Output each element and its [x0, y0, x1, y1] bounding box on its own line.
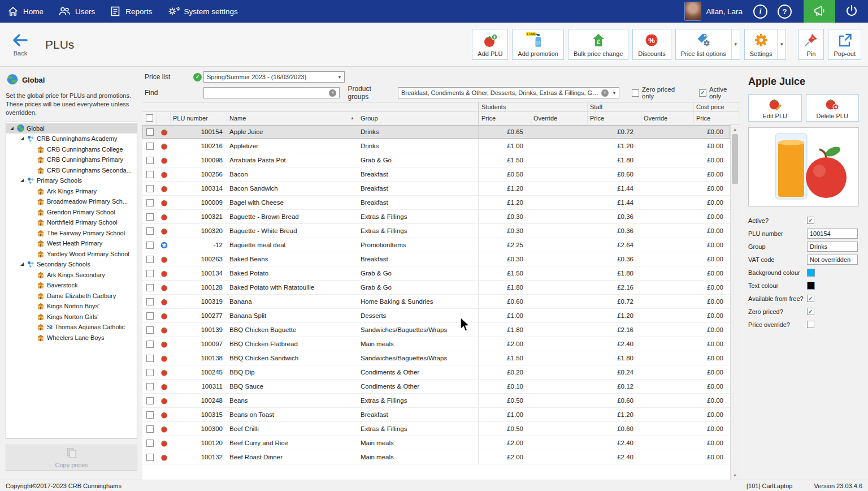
- tree-item[interactable]: Grendon Primary School: [6, 207, 137, 218]
- table-row[interactable]: 100314Bacon SandwichBreakfast£1.20£1.44£…: [142, 182, 730, 196]
- row-checkbox[interactable]: [146, 284, 154, 291]
- row-checkbox[interactable]: [146, 397, 154, 404]
- tree-item[interactable]: Ark Kings Primary: [6, 186, 137, 197]
- tree-item[interactable]: Dame Elizabeth Cadbury: [6, 291, 137, 302]
- tree-item[interactable]: Baverstock: [6, 280, 137, 291]
- table-row[interactable]: 100216AppletizerDrinks£1.00£1.20£0.00: [142, 139, 730, 153]
- tree-item[interactable]: CRB Cunninghams Primary: [6, 154, 137, 165]
- row-checkbox[interactable]: [146, 355, 154, 362]
- zero-priced-only-checkbox[interactable]: Zero priced only: [632, 86, 687, 100]
- table-row[interactable]: 100009Bagel with CheeseBreakfast£1.20£1.…: [142, 196, 730, 210]
- tree-item[interactable]: Northfield Primary School: [6, 217, 137, 228]
- find-input[interactable]: [204, 88, 328, 98]
- background-colour-swatch[interactable]: [807, 269, 815, 277]
- price-list-options-button[interactable]: Price list options ▼: [675, 29, 740, 60]
- settings-button[interactable]: Settings ▼: [744, 29, 787, 60]
- tree-item[interactable]: Broadmeadow Primary Sch...: [6, 196, 137, 207]
- clear-filter-icon[interactable]: [601, 89, 609, 97]
- zero-priced-checkbox[interactable]: [807, 308, 814, 315]
- scroll-down-icon[interactable]: ▼: [731, 471, 739, 480]
- bulk-price-change-button[interactable]: £ Bulk price change: [568, 29, 628, 60]
- row-checkbox[interactable]: [146, 199, 154, 206]
- tree-item[interactable]: Primary Schools: [6, 175, 137, 186]
- settings-dropdown-arrow[interactable]: ▼: [777, 29, 785, 59]
- tree-item[interactable]: Ark Kings Secondary: [6, 270, 137, 281]
- table-row[interactable]: 100256BaconBreakfast£0.50£0.60£0.00: [142, 167, 730, 182]
- edit-plu-button[interactable]: Edit PLU: [748, 94, 802, 122]
- nav-item-home[interactable]: Home: [0, 0, 51, 23]
- tree-item[interactable]: CRB Cunninghams College: [6, 144, 137, 155]
- column-header-students-override[interactable]: Override: [531, 112, 588, 124]
- row-checkbox[interactable]: [146, 298, 154, 305]
- table-row[interactable]: -12Baguette meal dealPromotionItems£2.25…: [142, 238, 730, 252]
- clear-search-icon[interactable]: [329, 89, 336, 97]
- row-checkbox[interactable]: [146, 369, 154, 376]
- table-row[interactable]: 100263Baked BeansBreakfast£0.30£0.36£0.0…: [142, 252, 730, 266]
- tree-item[interactable]: The Fairway Primary School: [6, 228, 137, 239]
- table-row[interactable]: 100248BeansExtras & Fillings£0.50£0.60£0…: [142, 394, 730, 408]
- copy-prices-button[interactable]: Copy prices: [6, 445, 137, 471]
- column-header-group[interactable]: Group: [358, 112, 479, 124]
- table-row[interactable]: 100120Beef Curry and RiceMain meals£2.00…: [142, 436, 730, 450]
- table-row[interactable]: 100245BBQ DipCondiments & Other£0.20£0.2…: [142, 365, 730, 380]
- add-promotion-button[interactable]: 1 FREE Add promotion: [512, 29, 564, 60]
- scrollbar-thumb[interactable]: [732, 134, 738, 184]
- table-row[interactable]: 100154Apple JuiceDrinks£0.65£0.72£0.00: [142, 125, 730, 139]
- plu-number-input[interactable]: 100154: [807, 229, 858, 239]
- row-checkbox[interactable]: [146, 256, 154, 263]
- scroll-up-icon[interactable]: ▲: [731, 124, 739, 133]
- table-row[interactable]: 100277Banana SplitDesserts£1.00£1.20£0.0…: [142, 309, 730, 323]
- row-checkbox[interactable]: [146, 171, 154, 178]
- column-header-students-price[interactable]: Price: [479, 112, 531, 124]
- table-row[interactable]: 100315Beans on ToastBreakfast£1.00£1.20£…: [142, 408, 730, 422]
- tree-item[interactable]: Global: [6, 123, 137, 134]
- available-from-free-checkbox[interactable]: [807, 295, 814, 302]
- table-row[interactable]: 100138BBQ Chicken SandwichSandwiches/Bag…: [142, 351, 730, 365]
- row-checkbox[interactable]: [146, 425, 154, 433]
- active-checkbox[interactable]: [807, 217, 814, 224]
- help-button[interactable]: ?: [778, 5, 792, 19]
- price-list-options-dropdown-arrow[interactable]: ▼: [731, 29, 740, 59]
- discounts-button[interactable]: % Discounts: [632, 29, 671, 60]
- text-colour-swatch[interactable]: [807, 282, 815, 290]
- row-checkbox[interactable]: [146, 312, 154, 320]
- active-only-checkbox[interactable]: Active only: [699, 86, 739, 100]
- table-row[interactable]: 100132Beef Roast DinnerMain meals£2.00£2…: [142, 450, 730, 464]
- pin-button[interactable]: Pin: [798, 29, 824, 60]
- announcements-button[interactable]: [804, 0, 835, 23]
- nav-item-system-settings[interactable]: System settings: [160, 0, 245, 23]
- table-row[interactable]: 100134Baked PotatoGrab & Go£1.50£1.80£0.…: [142, 266, 730, 281]
- row-checkbox[interactable]: [146, 227, 154, 235]
- price-override-checkbox[interactable]: [807, 321, 814, 328]
- table-row[interactable]: 100098Arrabiata Pasta PotGrab & Go£1.50£…: [142, 153, 730, 167]
- add-plu-button[interactable]: Add PLU: [472, 29, 508, 60]
- info-button[interactable]: i: [753, 5, 767, 19]
- group-input[interactable]: Drinks: [807, 242, 858, 252]
- row-checkbox[interactable]: [146, 454, 154, 461]
- back-button[interactable]: Back: [7, 33, 34, 57]
- pop-out-button[interactable]: Pop-out: [828, 29, 861, 60]
- row-checkbox[interactable]: [146, 440, 154, 447]
- tree-item[interactable]: Kings Norton Boys': [6, 301, 137, 312]
- logout-button[interactable]: [835, 0, 868, 23]
- table-row[interactable]: 100139BBQ Chicken BaguetteSandwiches/Bag…: [142, 323, 730, 337]
- row-checkbox[interactable]: [146, 411, 154, 419]
- column-header-plu-number[interactable]: PLU number: [171, 112, 227, 124]
- row-checkbox[interactable]: [146, 270, 154, 277]
- vat-code-input[interactable]: Not overridden: [807, 255, 858, 265]
- row-checkbox[interactable]: [146, 128, 154, 136]
- product-groups-dropdown[interactable]: Breakfast, Condiments & Other, Desserts,…: [398, 87, 619, 98]
- table-row[interactable]: 100097BBQ Chicken FlatbreadMain meals£2.…: [142, 337, 730, 351]
- user-menu[interactable]: Allan, Lara: [679, 0, 748, 23]
- tree-item[interactable]: Wheelers Lane Boys: [6, 333, 137, 343]
- column-header-staff-override[interactable]: Override: [641, 112, 694, 124]
- table-row[interactable]: 100321Baguette - Brown BreadExtras & Fil…: [142, 210, 730, 224]
- row-checkbox[interactable]: [146, 326, 154, 334]
- row-checkbox[interactable]: [146, 157, 154, 164]
- tree-item[interactable]: CRB Cunninghams Academy: [6, 133, 137, 144]
- table-row[interactable]: 100311BBQ SauceCondiments & Other£0.10£0…: [142, 380, 730, 394]
- row-checkbox[interactable]: [146, 185, 154, 192]
- table-row[interactable]: 100128Baked Potato with RatatoullieGrab …: [142, 281, 730, 295]
- tree-item[interactable]: West Heath Primary: [6, 238, 137, 249]
- tree-item[interactable]: St Thomas Aquinas Catholic: [6, 322, 137, 333]
